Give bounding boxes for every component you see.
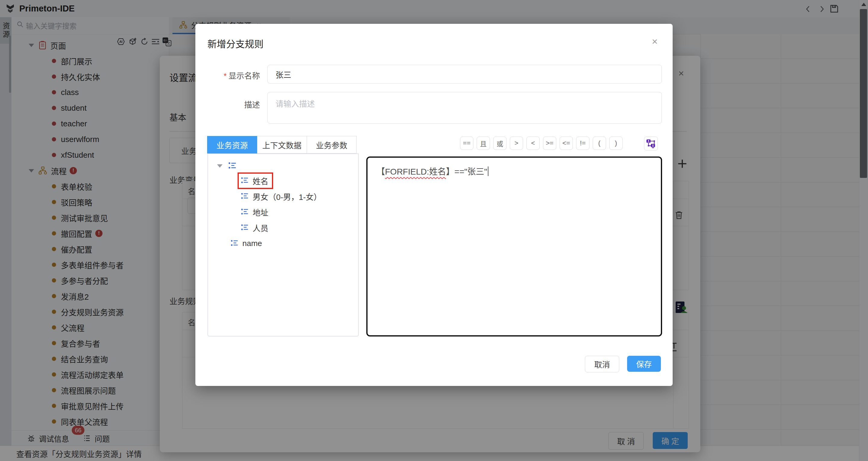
source-tab[interactable]: 业务参数 [307,136,356,153]
field-icon [241,223,249,232]
expr-open: 【 [377,167,385,176]
tree-children: 姓名 男女（0-男，1-女） [208,173,358,251]
field-icon [241,176,249,185]
field-tree-item[interactable]: 人员 [208,220,358,236]
field-root-icon [228,161,237,171]
modal-close-icon[interactable]: × [652,36,657,47]
modal-save-button[interactable]: 保存 [627,356,661,372]
expr-rest: =="张三" [454,167,487,176]
operator-button[interactable]: >= [543,136,556,150]
field-label: name [242,239,262,248]
modal-cancel-button[interactable]: 取消 [585,356,619,372]
operator-button[interactable]: < [526,136,540,150]
operator-button[interactable]: != [576,136,589,150]
source-tab[interactable]: 上下文数据 [257,136,307,153]
field-tree-item[interactable]: 地址 [208,204,358,220]
participant-flow-icon[interactable] [644,136,658,150]
operator-button[interactable]: <= [560,136,573,150]
field-tree-item[interactable]: 男女（0-男，1-女） [208,188,358,204]
tree-root-row[interactable] [217,161,237,171]
field-icon [241,208,249,216]
expr-token: FORFIELD:姓名 [385,167,446,176]
field-label: 地址 [253,207,268,218]
source-tab-label: 上下文数据 [262,139,302,150]
source-tab-label: 业务参数 [316,139,347,150]
screen: Primeton-IDE 资源 AI En文 [0,0,868,461]
field-icon [241,192,249,201]
add-branch-rule-modal: 新增分支规则 × *显示名称 描述 业务资源 上下文数据 业务参数 [195,24,673,386]
source-tabs: 业务资源 上下文数据 业务参数 [208,136,356,153]
expr-close: 】 [446,167,454,176]
field-tree-item[interactable]: name [208,236,358,251]
field-tree-item[interactable]: 姓名 [208,173,358,188]
source-tab[interactable]: 业务资源 [207,136,257,153]
display-name-input[interactable] [268,65,662,84]
field-label: 姓名 [253,175,268,186]
operator-button[interactable]: == [460,136,473,150]
expression-editor[interactable]: 【FORFIELD:姓名】=="张三" [366,156,662,336]
field-label: 人员 [253,222,268,233]
business-resource-tree: 姓名 男女（0-男，1-女） [208,153,359,336]
operator-button[interactable]: ( [593,136,606,150]
description-textarea[interactable] [268,92,662,124]
operator-button[interactable]: > [510,136,523,150]
operator-button[interactable]: 且 [477,136,490,150]
operator-button[interactable]: 或 [493,136,506,150]
source-tab-label: 业务资源 [216,139,248,150]
field-label: 男女（0-男，1-女） [253,191,321,202]
operator-toolbar: == 且 或 > < >= <= != ( ) [460,136,623,150]
text-cursor [488,166,489,176]
description-label: 描述 [244,99,260,110]
required-mark: * [224,71,227,81]
caret-down-icon [217,164,222,167]
operator-button[interactable]: ) [609,136,623,150]
modal-title: 新增分支规则 [208,36,264,50]
field-icon [230,239,239,248]
display-name-label: *显示名称 [221,70,260,81]
